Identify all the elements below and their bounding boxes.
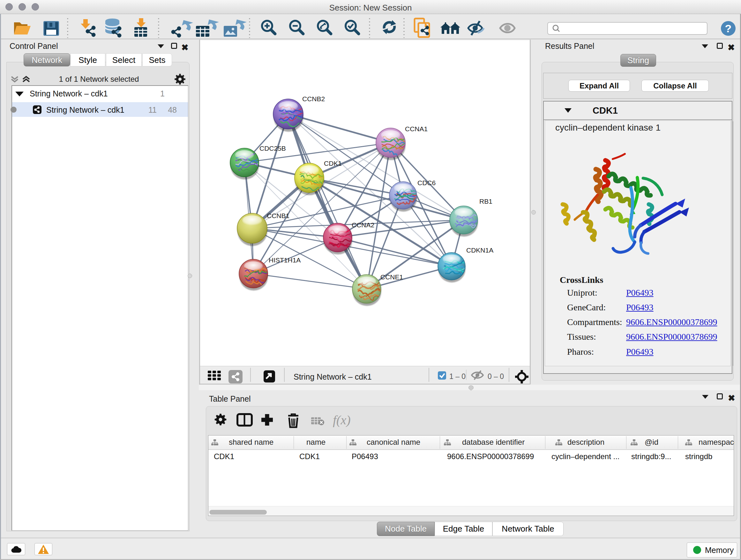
svg-text:CCNE1: CCNE1 (381, 273, 403, 281)
svg-text:CCNB2: CCNB2 (302, 95, 325, 103)
svg-text:CCNB1: CCNB1 (267, 212, 289, 219)
svg-text:CDKN1A: CDKN1A (466, 246, 493, 254)
svg-text:CDC6: CDC6 (417, 179, 435, 186)
svg-text:CDC25B: CDC25B (259, 145, 286, 152)
svg-text:?: ? (725, 22, 732, 35)
svg-text:0 – 0: 0 – 0 (488, 372, 504, 381)
svg-text:HIST1H1A: HIST1H1A (269, 256, 300, 264)
svg-text:1 – 0: 1 – 0 (449, 372, 466, 381)
svg-text:CCNA1: CCNA1 (405, 125, 428, 132)
svg-text:f(x): f(x) (333, 413, 351, 427)
svg-text:String Network – cdk1: String Network – cdk1 (293, 372, 372, 381)
svg-text:CDK1: CDK1 (324, 160, 342, 167)
svg-text:RB1: RB1 (479, 198, 492, 205)
svg-text:CCNA2: CCNA2 (352, 221, 374, 229)
